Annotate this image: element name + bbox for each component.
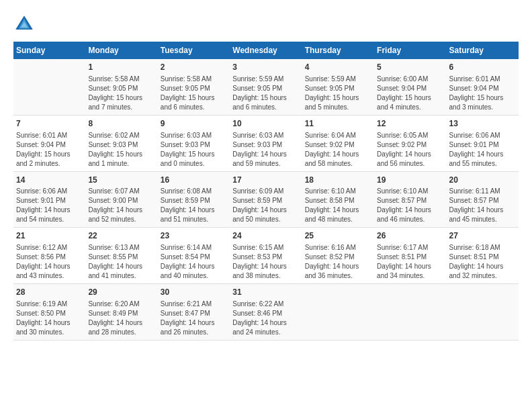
- calendar-week-5: 28Sunrise: 6:19 AMSunset: 8:50 PMDayligh…: [13, 284, 519, 340]
- day-info: Sunrise: 6:21 AM: [161, 300, 227, 309]
- day-number: 16: [161, 175, 227, 186]
- day-info: Sunrise: 6:06 AM: [449, 131, 516, 140]
- day-number: 26: [377, 230, 443, 242]
- day-info: and 56 minutes.: [377, 159, 443, 169]
- weekday-header-friday: Friday: [374, 42, 446, 59]
- day-number: 5: [377, 62, 443, 73]
- day-info: Daylight: 14 hours: [449, 205, 516, 215]
- day-info: and 7 minutes.: [88, 103, 154, 112]
- day-number: 17: [232, 175, 299, 186]
- day-info: Sunset: 9:05 PM: [88, 84, 154, 93]
- weekday-header-wednesday: Wednesday: [230, 42, 302, 59]
- day-info: Sunrise: 6:01 AM: [449, 75, 516, 84]
- day-number: 9: [161, 118, 227, 130]
- day-info: Sunset: 8:47 PM: [161, 309, 227, 318]
- day-info: Daylight: 14 hours: [449, 262, 516, 271]
- day-info: and 50 minutes.: [232, 215, 299, 224]
- weekday-header-monday: Monday: [85, 42, 157, 59]
- calendar-cell: 5Sunrise: 6:00 AMSunset: 9:04 PMDaylight…: [374, 59, 446, 115]
- day-info: Daylight: 14 hours: [161, 262, 227, 271]
- day-info: Sunset: 9:04 PM: [16, 140, 83, 150]
- calendar-cell: 9Sunrise: 6:03 AMSunset: 9:03 PMDaylight…: [158, 115, 230, 171]
- calendar-cell: 7Sunrise: 6:01 AMSunset: 9:04 PMDaylight…: [13, 115, 85, 171]
- day-info: and 6 minutes.: [232, 103, 299, 112]
- day-info: Daylight: 14 hours: [88, 262, 154, 271]
- day-number: 10: [232, 118, 299, 130]
- day-info: Sunrise: 6:00 AM: [377, 75, 443, 84]
- day-info: and 28 minutes.: [88, 328, 154, 337]
- day-number: 24: [232, 230, 299, 242]
- calendar-cell: 28Sunrise: 6:19 AMSunset: 8:50 PMDayligh…: [13, 284, 85, 340]
- calendar-cell: 2Sunrise: 5:58 AMSunset: 9:05 PMDaylight…: [158, 59, 230, 115]
- day-info: Sunset: 9:01 PM: [16, 196, 83, 205]
- day-info: Sunrise: 6:11 AM: [449, 187, 516, 196]
- calendar-table: SundayMondayTuesdayWednesdayThursdayFrid…: [13, 42, 519, 340]
- weekday-header-sunday: Sunday: [13, 42, 85, 59]
- day-info: Sunset: 8:51 PM: [449, 253, 516, 262]
- day-info: Daylight: 14 hours: [232, 318, 299, 328]
- day-info: Daylight: 15 hours: [161, 150, 227, 159]
- day-info: and 59 minutes.: [232, 159, 299, 169]
- day-info: Daylight: 15 hours: [305, 93, 371, 103]
- day-info: and 51 minutes.: [161, 215, 227, 224]
- day-number: 2: [161, 62, 227, 73]
- day-info: Sunrise: 6:02 AM: [88, 131, 154, 140]
- calendar-cell: 10Sunrise: 6:03 AMSunset: 9:03 PMDayligh…: [230, 115, 302, 171]
- day-number: 22: [88, 230, 154, 242]
- day-info: Sunset: 9:05 PM: [161, 84, 227, 93]
- day-info: and 4 minutes.: [377, 103, 443, 112]
- day-number: 31: [232, 287, 299, 298]
- calendar-cell: 17Sunrise: 6:09 AMSunset: 8:59 PMDayligh…: [230, 171, 302, 228]
- day-info: Sunrise: 6:20 AM: [88, 300, 154, 309]
- day-number: 8: [88, 118, 154, 130]
- day-number: 27: [449, 230, 516, 242]
- day-info: Sunset: 9:02 PM: [377, 140, 443, 150]
- calendar-cell: 14Sunrise: 6:06 AMSunset: 9:01 PMDayligh…: [13, 171, 85, 228]
- day-info: Sunrise: 6:18 AM: [449, 243, 516, 253]
- calendar-cell: 25Sunrise: 6:16 AMSunset: 8:52 PMDayligh…: [302, 228, 374, 284]
- day-info: Sunrise: 5:59 AM: [232, 75, 299, 84]
- calendar-cell: 16Sunrise: 6:08 AMSunset: 8:59 PMDayligh…: [158, 171, 230, 228]
- day-info: and 26 minutes.: [161, 328, 227, 337]
- page-header: [13, 13, 519, 35]
- calendar-cell: 27Sunrise: 6:18 AMSunset: 8:51 PMDayligh…: [447, 228, 519, 284]
- day-info: Sunrise: 6:01 AM: [16, 131, 83, 140]
- calendar-cell: 20Sunrise: 6:11 AMSunset: 8:57 PMDayligh…: [447, 171, 519, 228]
- day-number: 12: [377, 118, 443, 130]
- day-info: and 48 minutes.: [305, 215, 371, 224]
- day-info: Sunrise: 6:05 AM: [377, 131, 443, 140]
- day-info: Daylight: 14 hours: [16, 205, 83, 215]
- day-info: and 1 minute.: [88, 159, 154, 169]
- day-info: Sunset: 9:04 PM: [449, 84, 516, 93]
- day-number: 25: [305, 230, 371, 242]
- day-info: and 5 minutes.: [305, 103, 371, 112]
- day-info: Sunset: 9:03 PM: [232, 140, 299, 150]
- calendar-cell: 6Sunrise: 6:01 AMSunset: 9:04 PMDaylight…: [447, 59, 519, 115]
- day-info: Daylight: 14 hours: [305, 150, 371, 159]
- day-info: Sunrise: 6:10 AM: [305, 187, 371, 196]
- calendar-cell: 11Sunrise: 6:04 AMSunset: 9:02 PMDayligh…: [302, 115, 374, 171]
- day-number: 3: [232, 62, 299, 73]
- day-info: Sunset: 8:54 PM: [161, 253, 227, 262]
- day-info: Sunset: 8:49 PM: [88, 309, 154, 318]
- day-info: and 46 minutes.: [377, 215, 443, 224]
- calendar-cell: 29Sunrise: 6:20 AMSunset: 8:49 PMDayligh…: [85, 284, 157, 340]
- day-info: Daylight: 15 hours: [449, 93, 516, 103]
- weekday-header-tuesday: Tuesday: [158, 42, 230, 59]
- day-info: Sunrise: 5:58 AM: [161, 75, 227, 84]
- day-number: 14: [16, 175, 83, 186]
- day-info: Sunset: 9:04 PM: [377, 84, 443, 93]
- day-info: Daylight: 14 hours: [377, 205, 443, 215]
- calendar-cell: 23Sunrise: 6:14 AMSunset: 8:54 PMDayligh…: [158, 228, 230, 284]
- day-info: Daylight: 14 hours: [161, 318, 227, 328]
- page-container: SundayMondayTuesdayWednesdayThursdayFrid…: [0, 0, 532, 347]
- day-number: 20: [449, 175, 516, 186]
- day-info: and 32 minutes.: [449, 271, 516, 281]
- day-info: Sunrise: 6:17 AM: [377, 243, 443, 253]
- day-info: and 36 minutes.: [305, 271, 371, 281]
- day-info: Sunrise: 5:58 AM: [88, 75, 154, 84]
- day-info: and 38 minutes.: [232, 271, 299, 281]
- day-info: Sunset: 9:03 PM: [161, 140, 227, 150]
- calendar-week-2: 7Sunrise: 6:01 AMSunset: 9:04 PMDaylight…: [13, 115, 519, 171]
- calendar-cell: 31Sunrise: 6:22 AMSunset: 8:46 PMDayligh…: [230, 284, 302, 340]
